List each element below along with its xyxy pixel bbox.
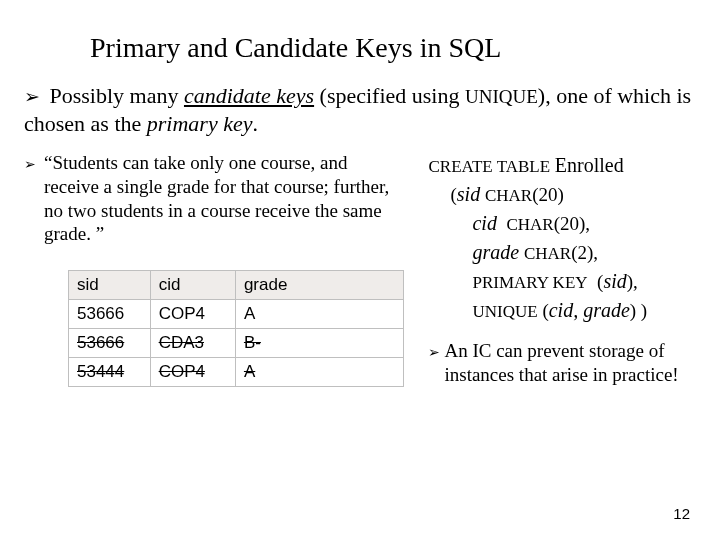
table-row: 53666 CDA3 B- — [69, 329, 404, 358]
cell-sid: 53666 — [69, 300, 151, 329]
cell-cid: COP4 — [150, 358, 235, 387]
col-grade: grade — [235, 271, 404, 300]
cell-grade: A — [235, 358, 404, 387]
primary-key-term: primary key — [147, 111, 253, 136]
candidate-keys-term: candidate keys — [184, 83, 314, 108]
cell-cid: COP4 — [150, 300, 235, 329]
arrow-icon: ➢ — [24, 86, 40, 107]
note-text: An IC can prevent storage of instances t… — [444, 339, 698, 387]
ic-note: ➢ An IC can prevent storage of instances… — [422, 339, 698, 387]
quote-text: “Students can take only one course, and … — [44, 151, 404, 246]
unique-keyword: UNIQUE — [465, 86, 538, 107]
cell-cid: CDA3 — [150, 329, 235, 358]
text: Possibly many — [50, 83, 184, 108]
cell-grade: B- — [235, 329, 404, 358]
text: . — [252, 111, 258, 136]
sql-line: cid CHAR(20), — [428, 209, 698, 238]
page-number: 12 — [673, 505, 690, 522]
arrow-icon: ➢ — [24, 156, 36, 246]
sql-block: CREATE TABLE Enrolled (sid CHAR(20) cid … — [422, 151, 698, 325]
arrow-icon: ➢ — [428, 344, 440, 387]
sql-line: PRIMARY KEY (sid), — [428, 267, 698, 296]
table-header-row: sid cid grade — [69, 271, 404, 300]
text: (specified using — [314, 83, 465, 108]
top-bullet: ➢ Possibly many candidate keys (specifie… — [0, 82, 720, 151]
sql-line: (sid CHAR(20) — [428, 180, 698, 209]
table-row: 53666 COP4 A — [69, 300, 404, 329]
cell-sid: 53444 — [69, 358, 151, 387]
table-row: 53444 COP4 A — [69, 358, 404, 387]
slide-title: Primary and Candidate Keys in SQL — [0, 0, 720, 82]
quote-bullet: ➢ “Students can take only one course, an… — [24, 151, 404, 246]
sql-line: CREATE TABLE Enrolled — [428, 151, 698, 180]
enrolled-table: sid cid grade 53666 COP4 A 53666 CDA3 B-… — [68, 270, 404, 387]
col-sid: sid — [69, 271, 151, 300]
cell-grade: A — [235, 300, 404, 329]
sql-line: UNIQUE (cid, grade) ) — [428, 296, 698, 325]
col-cid: cid — [150, 271, 235, 300]
cell-sid: 53666 — [69, 329, 151, 358]
sql-line: grade CHAR(2), — [428, 238, 698, 267]
